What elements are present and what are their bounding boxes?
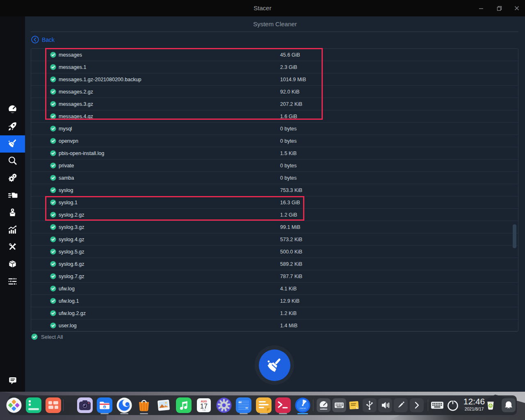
sidebar-item-feedback[interactable]: [0, 372, 25, 390]
sidebar-item-startup-apps[interactable]: [0, 118, 25, 135]
checkbox-checked-icon[interactable]: [50, 212, 56, 218]
checkbox-checked-icon[interactable]: [50, 89, 56, 95]
table-row[interactable]: private 0 bytes: [31, 160, 518, 172]
dock-item-browser[interactable]: [116, 397, 132, 413]
table-row[interactable]: samba 0 bytes: [31, 172, 518, 184]
checkbox-checked-icon[interactable]: [50, 236, 56, 242]
table-row[interactable]: syslog 753.3 KiB: [31, 184, 518, 196]
restore-icon: [497, 6, 502, 11]
file-size: 1.2 KiB: [280, 307, 297, 320]
table-row[interactable]: syslog.5.gz 500.0 KiB: [31, 246, 518, 258]
sidebar-item-search[interactable]: [0, 153, 25, 170]
table-row[interactable]: syslog.1 16.3 GiB: [31, 196, 518, 209]
dock-item-text-editor[interactable]: “”: [235, 397, 252, 413]
table-row[interactable]: ufw.log.1 12.9 KiB: [31, 295, 518, 307]
table-row[interactable]: syslog.3.gz 99.1 MiB: [31, 221, 518, 233]
dock-item-onscreen-keyboard[interactable]: [430, 398, 445, 413]
sidebar-item-resources[interactable]: [0, 221, 25, 239]
table-row[interactable]: syslog.7.gz 787.7 KiB: [31, 270, 518, 283]
dock-item-volume-tray[interactable]: [378, 398, 393, 413]
select-all-checkbox[interactable]: Select All: [31, 333, 63, 340]
scrollbar-thumb[interactable]: [513, 224, 516, 248]
dock-item-control-center[interactable]: [216, 397, 232, 413]
table-row[interactable]: messages.4.gz 1.6 GiB: [31, 110, 518, 123]
speaker-icon: [378, 398, 393, 413]
dock-item-app-store[interactable]: [136, 397, 152, 413]
checkbox-checked-icon[interactable]: [50, 322, 56, 329]
checkbox-checked-icon[interactable]: [50, 273, 56, 279]
file-list: messages 45.6 GiB messages.1 2.3 GiB mes…: [31, 48, 518, 331]
checkbox-checked-icon[interactable]: [50, 310, 56, 316]
checkbox-checked-icon[interactable]: [50, 64, 56, 70]
sidebar-item-packages[interactable]: [0, 256, 25, 273]
dock-item-camera[interactable]: [77, 397, 93, 413]
checkbox-checked-icon[interactable]: [50, 298, 56, 304]
dock-item-trash[interactable]: [483, 398, 498, 413]
table-row[interactable]: user.log 1.4 MiB: [31, 320, 518, 332]
table-row[interactable]: pbis-open-install.log 1.5 KiB: [31, 147, 518, 160]
restore-button[interactable]: [494, 3, 504, 13]
table-row[interactable]: mysql 0 bytes: [31, 123, 518, 135]
table-row[interactable]: messages.1 2.3 GiB: [31, 61, 518, 73]
dock-item-multitasking-view[interactable]: [25, 397, 42, 413]
sidebar-item-uninstaller[interactable]: [0, 204, 25, 221]
table-row[interactable]: syslog.6.gz 589.2 KiB: [31, 258, 518, 270]
file-name: messages: [59, 49, 82, 61]
dock-item-usb-tray[interactable]: [362, 398, 377, 413]
clean-button[interactable]: [259, 349, 290, 381]
file-size: 0 bytes: [280, 135, 297, 147]
dock-item-show-desktop[interactable]: [45, 397, 62, 413]
minimize-button[interactable]: [476, 3, 486, 13]
running-indicator: [120, 413, 128, 414]
table-row[interactable]: messages.2.gz 92.0 KiB: [31, 86, 518, 98]
checkbox-checked-icon[interactable]: [50, 175, 56, 181]
checkbox-checked-icon[interactable]: [50, 261, 56, 267]
dock-item-system-monitor-tray[interactable]: [316, 398, 331, 413]
table-row[interactable]: syslog.4.gz 573.2 KiB: [31, 233, 518, 246]
dock-item-file-manager[interactable]: [96, 397, 113, 413]
checkbox-checked-icon[interactable]: [50, 249, 56, 255]
dock-item-gallery[interactable]: [155, 397, 172, 413]
dock-item-terminal[interactable]: [275, 397, 291, 413]
checkbox-checked-icon[interactable]: [50, 199, 56, 205]
checkbox-checked-icon[interactable]: [50, 285, 56, 292]
checkbox-checked-icon[interactable]: [50, 113, 56, 119]
table-row[interactable]: messages.1.gz-2021080200.backup 1014.9 M…: [31, 73, 518, 86]
checkbox-checked-icon[interactable]: [50, 150, 56, 156]
sidebar-item-settings[interactable]: [0, 273, 25, 290]
checkbox-checked-icon[interactable]: [50, 101, 56, 107]
dock-item-expand-tray[interactable]: [409, 398, 424, 413]
dock-item-pen-tray[interactable]: [393, 398, 408, 413]
sidebar-item-services[interactable]: [0, 170, 25, 187]
sidebar-item-processes[interactable]: [0, 187, 25, 204]
dock-item-notes[interactable]: [256, 397, 272, 413]
table-row[interactable]: messages 45.6 GiB: [31, 49, 518, 61]
checkbox-checked-icon[interactable]: [50, 138, 56, 144]
dock-item-notifications[interactable]: [501, 398, 516, 413]
sidebar-item-dashboard[interactable]: [0, 101, 25, 118]
checkbox-checked-icon[interactable]: [50, 162, 56, 169]
table-row[interactable]: syslog.2.gz 1.2 GiB: [31, 209, 518, 221]
dock-item-stacer[interactable]: STACER: [294, 397, 311, 413]
checkbox-checked-icon[interactable]: [50, 76, 56, 82]
checkbox-checked-icon[interactable]: [50, 187, 56, 193]
back-button[interactable]: Back: [31, 36, 55, 43]
checkbox-checked-icon[interactable]: [50, 52, 56, 58]
table-row[interactable]: openvpn 0 bytes: [31, 135, 518, 147]
dock-item-sticky-note-tray[interactable]: [347, 398, 361, 413]
checkbox-checked-icon[interactable]: [50, 126, 56, 132]
checkbox-checked-icon[interactable]: [50, 224, 56, 230]
svg-text:TUE: TUE: [202, 409, 206, 411]
dock-item-shutdown[interactable]: [445, 398, 460, 413]
table-row[interactable]: ufw.log 4.1 KiB: [31, 283, 518, 295]
table-row[interactable]: ufw.log.2.gz 1.2 KiB: [31, 307, 518, 320]
dock-item-launcher[interactable]: [6, 397, 22, 413]
pen-icon: [393, 398, 408, 413]
sidebar-item-helpers[interactable]: [0, 239, 25, 256]
dock-item-keyboard-tray[interactable]: [332, 398, 347, 413]
close-button[interactable]: [511, 3, 522, 13]
sidebar-item-system-cleaner[interactable]: [0, 135, 25, 153]
dock-item-music[interactable]: [176, 397, 192, 413]
table-row[interactable]: messages.3.gz 207.2 KiB: [31, 98, 518, 110]
dock-item-calendar[interactable]: AUG17TUE: [196, 397, 212, 413]
